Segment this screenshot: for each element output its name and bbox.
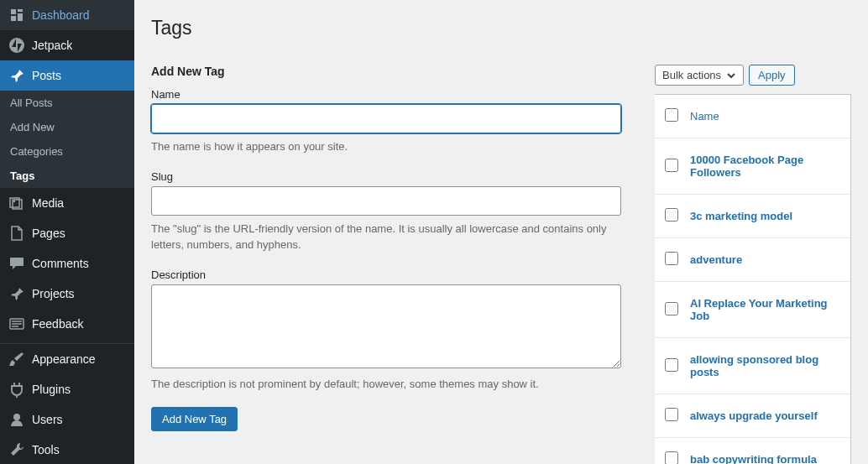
media-icon: [8, 195, 25, 211]
table-row: adventure: [655, 238, 850, 282]
svg-point-1: [13, 201, 15, 202]
row-checkbox[interactable]: [665, 408, 678, 421]
sidebar-item-media[interactable]: Media: [0, 188, 134, 218]
posts-submenu: All Posts Add New Categories Tags: [0, 91, 134, 188]
apply-button[interactable]: Apply: [749, 65, 795, 86]
tag-link[interactable]: allowing sponsored blog posts: [690, 353, 818, 378]
sidebar-item-label: Appearance: [32, 352, 96, 366]
sidebar-item-label: Users: [32, 413, 63, 426]
sidebar-item-label: Tools: [32, 443, 60, 456]
column-header-name[interactable]: Name: [690, 110, 719, 123]
tag-link[interactable]: always upgrade yourself: [690, 409, 818, 422]
table-row: always upgrade yourself: [655, 394, 850, 438]
tag-link[interactable]: adventure: [690, 253, 742, 266]
submenu-item-tags[interactable]: Tags: [0, 164, 134, 188]
select-all-checkbox[interactable]: [665, 108, 678, 122]
chevron-down-icon: [726, 70, 736, 81]
submenu-item-all-posts[interactable]: All Posts: [0, 91, 134, 115]
name-help: The name is how it appears on your site.: [151, 138, 621, 155]
table-header-row: Name: [655, 95, 850, 138]
sidebar-item-tools[interactable]: Tools: [0, 435, 134, 464]
row-checkbox[interactable]: [665, 252, 678, 265]
sidebar-item-label: Projects: [32, 287, 75, 300]
tag-link[interactable]: AI Replace Your Marketing Job: [690, 297, 828, 322]
sidebar-item-plugins[interactable]: Plugins: [0, 374, 134, 404]
slug-label: Slug: [151, 170, 621, 183]
jetpack-icon: [8, 37, 25, 54]
name-label: Name: [151, 88, 621, 101]
table-row: 3c marketing model: [655, 195, 850, 238]
sidebar-item-label: Feedback: [32, 317, 83, 331]
projects-icon: [8, 285, 25, 302]
plugin-icon: [8, 381, 25, 398]
sidebar-item-users[interactable]: Users: [0, 404, 134, 435]
users-icon: [8, 411, 25, 428]
dashboard-icon: [8, 7, 25, 23]
sidebar-item-label: Jetpack: [32, 39, 72, 52]
add-tag-form: Add New Tag Name The name is how it appe…: [151, 65, 621, 464]
feedback-icon: [8, 315, 25, 332]
row-checkbox[interactable]: [665, 358, 678, 372]
table-row: 10000 Facebook Page Followers: [655, 138, 850, 195]
sidebar-item-feedback[interactable]: Feedback: [0, 309, 134, 339]
sidebar-item-appearance[interactable]: Appearance: [0, 344, 134, 374]
sidebar-item-projects[interactable]: Projects: [0, 279, 134, 309]
comments-icon: [8, 255, 25, 272]
tools-icon: [8, 441, 25, 458]
bulk-actions-label: Bulk actions: [662, 69, 721, 81]
sidebar-item-label: Pages: [32, 227, 65, 240]
table-row: allowing sponsored blog posts: [655, 338, 850, 394]
sidebar-item-label: Media: [32, 196, 64, 210]
row-checkbox[interactable]: [665, 302, 678, 315]
brush-icon: [8, 351, 25, 368]
main-content: Tags Add New Tag Name The name is how it…: [134, 0, 868, 464]
sidebar-item-comments[interactable]: Comments: [0, 248, 134, 279]
sidebar-item-label: Comments: [32, 257, 89, 270]
add-new-tag-button[interactable]: Add New Tag: [151, 407, 238, 431]
svg-point-0: [9, 38, 24, 53]
sidebar-item-dashboard[interactable]: Dashboard: [0, 0, 134, 30]
sidebar-item-label: Posts: [32, 69, 61, 82]
tag-link[interactable]: 3c marketing model: [690, 210, 792, 222]
description-label: Description: [151, 268, 621, 281]
submenu-item-add-new[interactable]: Add New: [0, 115, 134, 139]
submenu-item-categories[interactable]: Categories: [0, 139, 134, 164]
row-checkbox[interactable]: [665, 208, 678, 222]
page-title: Tags: [151, 0, 851, 48]
table-row: AI Replace Your Marketing Job: [655, 282, 850, 338]
row-checkbox[interactable]: [665, 451, 678, 464]
description-input[interactable]: [151, 284, 621, 368]
sidebar-item-label: Plugins: [32, 383, 71, 396]
sidebar-item-jetpack[interactable]: Jetpack: [0, 30, 134, 60]
tag-link[interactable]: 10000 Facebook Page Followers: [690, 154, 803, 179]
row-checkbox[interactable]: [665, 159, 678, 172]
slug-help: The "slug" is the URL-friendly version o…: [151, 221, 621, 253]
sidebar-item-pages[interactable]: Pages: [0, 218, 134, 248]
table-row: bab copywriting formula: [655, 438, 850, 464]
pin-icon: [8, 67, 25, 84]
admin-sidebar: Dashboard Jetpack Posts All Posts Add Ne…: [0, 0, 134, 464]
tag-link[interactable]: bab copywriting formula: [690, 453, 817, 464]
sidebar-item-posts[interactable]: Posts: [0, 60, 134, 91]
tags-list-panel: Bulk actions Apply Name 10000 Facebook P…: [655, 65, 851, 464]
tags-table: Name 10000 Facebook Page Followers3c mar…: [655, 94, 851, 464]
pages-icon: [8, 225, 25, 242]
sidebar-item-label: Dashboard: [32, 8, 90, 22]
description-help: The description is not prominent by defa…: [151, 376, 621, 393]
form-heading: Add New Tag: [151, 65, 621, 78]
bulk-actions-select[interactable]: Bulk actions: [655, 65, 744, 86]
name-input[interactable]: [151, 104, 621, 133]
svg-point-3: [13, 414, 20, 420]
slug-input[interactable]: [151, 186, 621, 216]
